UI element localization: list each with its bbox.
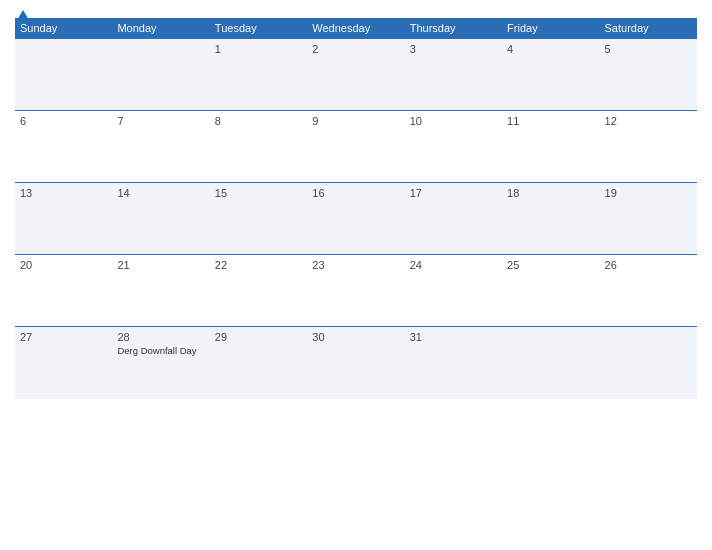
calendar-cell: 24 <box>405 255 502 327</box>
day-number: 15 <box>215 187 302 199</box>
day-number: 29 <box>215 331 302 343</box>
calendar-cell: 4 <box>502 39 599 111</box>
weekday-header-saturday: Saturday <box>600 18 697 39</box>
day-number: 12 <box>605 115 692 127</box>
calendar-cell: 18 <box>502 183 599 255</box>
calendar-cell <box>112 39 209 111</box>
day-number: 31 <box>410 331 497 343</box>
calendar-cell: 25 <box>502 255 599 327</box>
calendar-container: SundayMondayTuesdayWednesdayThursdayFrid… <box>0 0 712 550</box>
day-number: 27 <box>20 331 107 343</box>
day-number: 4 <box>507 43 594 55</box>
calendar-cell <box>15 39 112 111</box>
day-number: 11 <box>507 115 594 127</box>
calendar-cell: 7 <box>112 111 209 183</box>
weekday-header-wednesday: Wednesday <box>307 18 404 39</box>
weekday-header-friday: Friday <box>502 18 599 39</box>
day-number: 22 <box>215 259 302 271</box>
calendar-cell: 9 <box>307 111 404 183</box>
day-number: 2 <box>312 43 399 55</box>
logo <box>15 10 29 20</box>
day-number: 9 <box>312 115 399 127</box>
day-number: 8 <box>215 115 302 127</box>
calendar-cell: 2 <box>307 39 404 111</box>
day-number: 16 <box>312 187 399 199</box>
calendar-cell: 22 <box>210 255 307 327</box>
calendar-cell: 10 <box>405 111 502 183</box>
day-number: 1 <box>215 43 302 55</box>
week-row-4: 20212223242526 <box>15 255 697 327</box>
day-number: 14 <box>117 187 204 199</box>
calendar-cell: 13 <box>15 183 112 255</box>
week-row-5: 2728Derg Downfall Day293031 <box>15 327 697 399</box>
weekday-header-row: SundayMondayTuesdayWednesdayThursdayFrid… <box>15 18 697 39</box>
weekday-header-monday: Monday <box>112 18 209 39</box>
day-number: 19 <box>605 187 692 199</box>
calendar-cell: 12 <box>600 111 697 183</box>
day-number: 17 <box>410 187 497 199</box>
calendar-cell: 19 <box>600 183 697 255</box>
calendar-cell: 15 <box>210 183 307 255</box>
calendar-table: SundayMondayTuesdayWednesdayThursdayFrid… <box>15 18 697 399</box>
day-number: 25 <box>507 259 594 271</box>
calendar-cell: 23 <box>307 255 404 327</box>
calendar-cell <box>502 327 599 399</box>
calendar-cell <box>600 327 697 399</box>
day-number: 13 <box>20 187 107 199</box>
calendar-cell: 5 <box>600 39 697 111</box>
calendar-cell: 27 <box>15 327 112 399</box>
week-row-2: 6789101112 <box>15 111 697 183</box>
day-number: 5 <box>605 43 692 55</box>
day-number: 21 <box>117 259 204 271</box>
calendar-cell: 31 <box>405 327 502 399</box>
day-number: 6 <box>20 115 107 127</box>
day-number: 28 <box>117 331 204 343</box>
day-number: 18 <box>507 187 594 199</box>
day-number: 7 <box>117 115 204 127</box>
calendar-cell: 20 <box>15 255 112 327</box>
calendar-cell: 16 <box>307 183 404 255</box>
day-number: 20 <box>20 259 107 271</box>
weekday-header-tuesday: Tuesday <box>210 18 307 39</box>
calendar-cell: 8 <box>210 111 307 183</box>
day-number: 24 <box>410 259 497 271</box>
calendar-cell: 28Derg Downfall Day <box>112 327 209 399</box>
calendar-cell: 3 <box>405 39 502 111</box>
calendar-cell: 1 <box>210 39 307 111</box>
calendar-cell: 26 <box>600 255 697 327</box>
calendar-cell: 6 <box>15 111 112 183</box>
day-number: 3 <box>410 43 497 55</box>
week-row-3: 13141516171819 <box>15 183 697 255</box>
weekday-header-sunday: Sunday <box>15 18 112 39</box>
calendar-cell: 17 <box>405 183 502 255</box>
day-number: 10 <box>410 115 497 127</box>
event-text: Derg Downfall Day <box>117 345 204 357</box>
calendar-cell: 30 <box>307 327 404 399</box>
calendar-cell: 29 <box>210 327 307 399</box>
week-row-1: 12345 <box>15 39 697 111</box>
day-number: 30 <box>312 331 399 343</box>
weekday-header-thursday: Thursday <box>405 18 502 39</box>
calendar-cell: 21 <box>112 255 209 327</box>
logo-triangle-icon <box>17 10 29 20</box>
calendar-cell: 14 <box>112 183 209 255</box>
day-number: 26 <box>605 259 692 271</box>
calendar-cell: 11 <box>502 111 599 183</box>
day-number: 23 <box>312 259 399 271</box>
